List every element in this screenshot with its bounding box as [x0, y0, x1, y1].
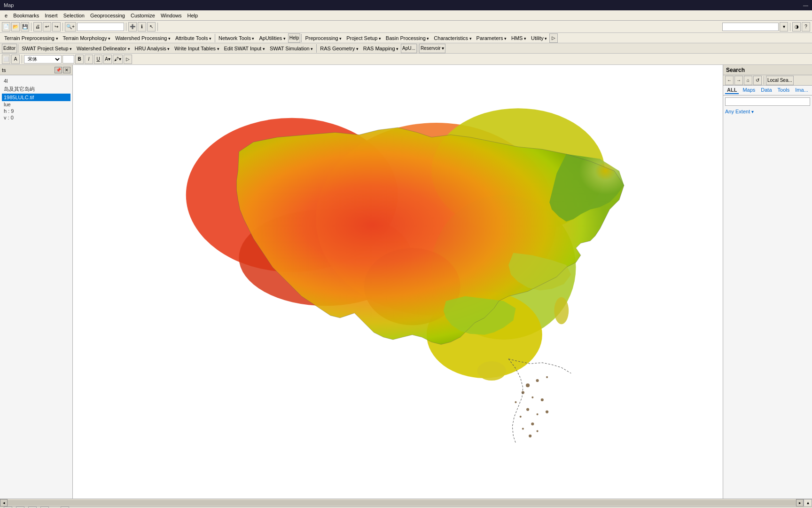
write-input-tables-menu[interactable]: Write Input Tables — [172, 45, 221, 52]
redo-btn[interactable]: ↪ — [52, 22, 61, 32]
edit-swat-input-menu[interactable]: Edit SWAT Input — [222, 45, 267, 52]
tab-maps[interactable]: Maps — [741, 87, 757, 94]
status-icon4[interactable]: ⏹ — [40, 507, 49, 508]
scroll-track[interactable] — [8, 500, 796, 506]
menu-item-help[interactable]: Help — [185, 12, 201, 19]
menu-item-geoprocessing[interactable]: Geoprocessing — [87, 12, 128, 19]
identify-btn[interactable]: ℹ — [138, 22, 146, 32]
highlight-btn[interactable]: 🖍▾ — [113, 55, 123, 64]
editor-btn[interactable]: Editor — [2, 44, 17, 53]
bold-btn[interactable]: B — [75, 55, 84, 64]
extra-btn[interactable]: ▷ — [549, 33, 558, 43]
title-text: Map — [4, 2, 14, 8]
svg-point-23 — [537, 430, 539, 432]
any-extent-btn[interactable]: Any Extent — [725, 109, 750, 114]
swat-project-setup-menu[interactable]: SWAT Project Setup — [19, 45, 74, 52]
ras-extra[interactable]: ApU... — [401, 44, 417, 53]
scroll-up-btn[interactable]: ▴ — [804, 499, 812, 507]
contrast-btn[interactable]: ◑ — [792, 22, 801, 32]
scroll-indicator[interactable]: ◁ — [61, 507, 69, 508]
more-format-btn[interactable]: ▷ — [124, 55, 132, 64]
aputilities-menu[interactable]: ApUtilities — [257, 34, 288, 42]
tab-data[interactable]: Data — [759, 87, 773, 94]
basin-processing-menu[interactable]: Basin Processing — [383, 34, 432, 42]
panel-pin-btn[interactable]: 📌 — [55, 67, 62, 73]
underline-btn[interactable]: U — [94, 55, 102, 64]
menu-bar: e Bookmarks Insert Selection Geoprocessi… — [0, 10, 812, 21]
dropdown-btn[interactable]: ▾ — [780, 22, 788, 32]
search-back-btn[interactable]: ← — [725, 76, 734, 85]
new-btn[interactable]: 📄 — [2, 22, 10, 32]
hms-menu[interactable]: HMS — [509, 34, 529, 42]
undo-btn[interactable]: ↩ — [43, 22, 51, 32]
ras-mapping-menu[interactable]: RAS Mapping — [361, 45, 401, 52]
parameters-menu[interactable]: Parameters — [474, 34, 509, 42]
search-refresh-btn[interactable]: ↺ — [753, 76, 762, 85]
menu-item-windows[interactable]: Windows — [158, 12, 185, 19]
filename-input[interactable]: 1985LULC.tif — [722, 23, 779, 31]
status-icon3[interactable]: ⏸ — [28, 507, 37, 508]
font-color-btn[interactable]: A▾ — [103, 55, 112, 64]
svg-point-17 — [526, 408, 529, 411]
svg-point-24 — [529, 435, 531, 437]
layer-item-2[interactable]: 1985LULC.tif — [2, 94, 70, 101]
layer-item-0[interactable]: 4l — [2, 77, 70, 85]
zoom-in-btn[interactable]: 🔍+ — [65, 22, 76, 32]
format-btn1[interactable]: ⬜ — [2, 55, 10, 64]
status-icon1[interactable]: ⬛ — [4, 507, 12, 508]
attribute-tools-menu[interactable]: Attribute Tools — [173, 34, 214, 42]
save-btn[interactable]: 💾 — [21, 22, 29, 32]
print-btn[interactable]: 🖨 — [33, 22, 42, 32]
reservoir-dropdown[interactable]: Reservoir ▾ — [419, 44, 446, 53]
menu-item-selection[interactable]: Selection — [61, 12, 87, 19]
scale-input[interactable]: 1:26, 741, 865 — [77, 23, 124, 31]
font-family-select[interactable]: 宋体 — [24, 55, 62, 64]
characteristics-menu[interactable]: Characteristics — [431, 34, 474, 42]
layer-prop-1: h : 9 — [2, 108, 70, 114]
search-title: Search — [726, 67, 745, 73]
menu-item-insert[interactable]: Insert — [42, 12, 61, 19]
scroll-right-btn[interactable]: ▸ — [796, 499, 804, 507]
project-setup-menu[interactable]: Project Setup — [344, 34, 383, 42]
tab-images[interactable]: Ima... — [793, 87, 810, 94]
terrain-preprocessing-menu[interactable]: Terrain Preprocessing — [2, 34, 61, 42]
font-size-input[interactable]: 10 — [62, 55, 74, 64]
tab-all[interactable]: ALL — [725, 87, 739, 94]
status-icon2[interactable]: ▶ — [16, 507, 24, 508]
select-btn[interactable]: ↖ — [147, 22, 156, 32]
title-bar: Map — — [0, 0, 812, 10]
tab-tools[interactable]: Tools — [776, 87, 792, 94]
add-data-btn[interactable]: ➕ — [128, 22, 137, 32]
map-area[interactable] — [73, 65, 723, 499]
hru-analysis-menu[interactable]: HRU Analysis — [133, 45, 172, 52]
italic-btn[interactable]: I — [85, 55, 93, 64]
svg-point-22 — [522, 428, 524, 429]
preprocessing-menu[interactable]: Preprocessing — [303, 34, 344, 42]
watershed-processing-menu[interactable]: Watershed Processing — [113, 34, 173, 42]
any-extent-arrow[interactable]: ▾ — [751, 109, 754, 114]
help-toolbar-btn[interactable]: ? — [802, 22, 810, 32]
svg-point-16 — [515, 401, 516, 403]
swat-simulation-menu[interactable]: SWAT Simulation — [267, 45, 315, 52]
sep1 — [31, 23, 31, 31]
search-home-btn[interactable]: ⌂ — [744, 76, 752, 85]
local-search-dropdown[interactable]: Local Sea... — [766, 76, 794, 85]
utility-menu[interactable]: Utility — [529, 34, 549, 42]
network-tools-menu[interactable]: Network Tools — [216, 34, 257, 42]
window-close[interactable]: — — [803, 2, 808, 8]
panel-close-btn[interactable]: ✕ — [63, 67, 70, 73]
search-input[interactable] — [725, 97, 810, 106]
menu-item-customize[interactable]: Customize — [128, 12, 158, 19]
ras-geometry-menu[interactable]: RAS Geometry — [318, 45, 360, 52]
menu-item-bookmarks[interactable]: Bookmarks — [10, 12, 42, 19]
terrain-morphology-menu[interactable]: Terrain Morphology — [61, 34, 113, 42]
open-btn[interactable]: 📂 — [11, 22, 20, 32]
search-panel-header: Search — [723, 65, 812, 75]
search-forward-btn[interactable]: → — [734, 76, 743, 85]
menu-item-view[interactable]: e — [2, 12, 10, 19]
scroll-left-btn[interactable]: ◂ — [0, 499, 8, 507]
watershed-delineator-menu[interactable]: Watershed Delineator — [74, 45, 133, 52]
help-btn2[interactable]: Help — [288, 33, 301, 43]
layer-item-1[interactable]: 岛及其它岛屿 — [2, 85, 70, 94]
format-btn2[interactable]: A — [11, 55, 20, 64]
